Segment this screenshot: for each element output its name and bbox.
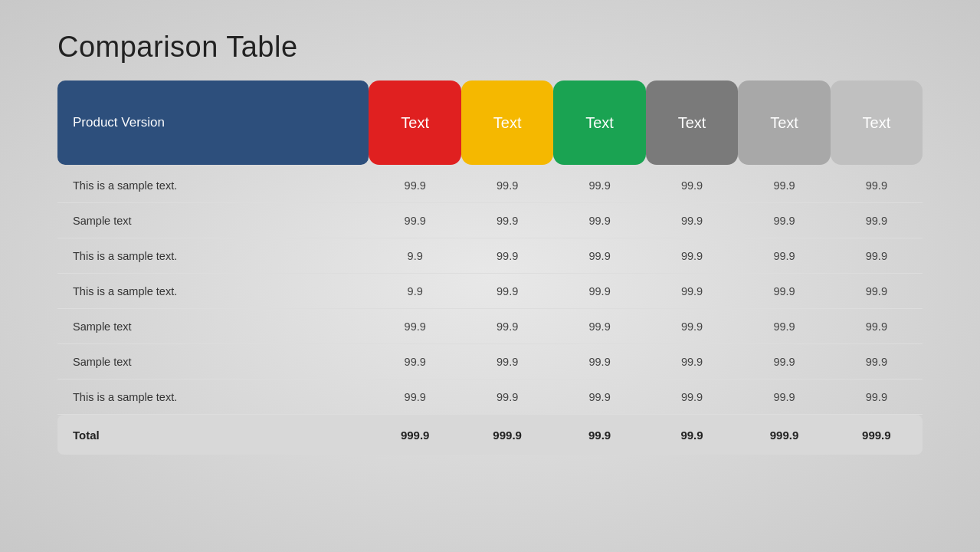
table-row: This is a sample text.9.999.999.999.999.… <box>57 238 923 274</box>
cell-r7-c3: 99.9 <box>553 380 645 415</box>
table-row: This is a sample text.99.999.999.999.999… <box>57 380 923 415</box>
cell-r1-c6: 99.9 <box>831 168 923 203</box>
header-badge-6: Text <box>831 80 923 165</box>
cell-r7-c5: 99.9 <box>738 380 830 415</box>
header-badge-2: Text <box>461 80 553 165</box>
cell-r4-c1: 9.9 <box>369 274 461 309</box>
header-badge-3: Text <box>553 80 645 165</box>
cell-r7-c6: 99.9 <box>831 380 923 415</box>
cell-r6-c2: 99.9 <box>461 344 553 380</box>
total-row: Total999.9999.999.999.9999.9999.9 <box>57 415 923 455</box>
cell-r6-c4: 99.9 <box>646 344 738 380</box>
total-label: Total <box>57 415 369 455</box>
header-label: Product Version <box>57 80 369 165</box>
cell-r5-c6: 99.9 <box>831 309 923 344</box>
header-row: Product VersionTextTextTextTextTextText <box>57 80 923 165</box>
cell-r2-c1: 99.9 <box>369 203 461 238</box>
cell-r2-c5: 99.9 <box>738 203 830 238</box>
cell-r3-c1: 9.9 <box>369 238 461 274</box>
header-badge-5: Text <box>738 80 830 165</box>
header-badge-1: Text <box>369 80 461 165</box>
cell-r1-c1: 99.9 <box>369 168 461 203</box>
total-val-2: 999.9 <box>461 415 553 455</box>
header-badge-4: Text <box>646 80 738 165</box>
cell-r1-c5: 99.9 <box>738 168 830 203</box>
cell-r4-c3: 99.9 <box>553 274 645 309</box>
cell-r6-c1: 99.9 <box>369 344 461 380</box>
cell-r1-c4: 99.9 <box>646 168 738 203</box>
cell-r3-c5: 99.9 <box>738 238 830 274</box>
table-row: Sample text99.999.999.999.999.999.9 <box>57 309 923 344</box>
cell-r5-c4: 99.9 <box>646 309 738 344</box>
header-col-6: Text <box>831 80 923 165</box>
cell-r3-c4: 99.9 <box>646 238 738 274</box>
cell-r6-c3: 99.9 <box>553 344 645 380</box>
row-label: This is a sample text. <box>57 274 369 309</box>
cell-r4-c2: 99.9 <box>461 274 553 309</box>
cell-r3-c3: 99.9 <box>553 238 645 274</box>
header-col-5: Text <box>738 80 830 165</box>
header-col-4: Text <box>646 80 738 165</box>
comparison-table: Product VersionTextTextTextTextTextTextT… <box>57 80 923 455</box>
total-val-1: 999.9 <box>369 415 461 455</box>
cell-r2-c6: 99.9 <box>831 203 923 238</box>
total-val-4: 99.9 <box>646 415 738 455</box>
total-val-6: 999.9 <box>831 415 923 455</box>
total-val-3: 99.9 <box>553 415 645 455</box>
table-row: This is a sample text.99.999.999.999.999… <box>57 168 923 203</box>
total-val-5: 999.9 <box>738 415 830 455</box>
cell-r4-c4: 99.9 <box>646 274 738 309</box>
cell-r7-c4: 99.9 <box>646 380 738 415</box>
cell-r5-c2: 99.9 <box>461 309 553 344</box>
cell-r5-c1: 99.9 <box>369 309 461 344</box>
cell-r6-c6: 99.9 <box>831 344 923 380</box>
cell-r1-c2: 99.9 <box>461 168 553 203</box>
page-title: Comparison Table <box>57 31 923 64</box>
cell-r6-c5: 99.9 <box>738 344 830 380</box>
row-label: This is a sample text. <box>57 380 369 415</box>
cell-r1-c3: 99.9 <box>553 168 645 203</box>
cell-r2-c3: 99.9 <box>553 203 645 238</box>
header-col-3: Text <box>553 80 645 165</box>
cell-r7-c1: 99.9 <box>369 380 461 415</box>
cell-r4-c5: 99.9 <box>738 274 830 309</box>
cell-r3-c2: 99.9 <box>461 238 553 274</box>
cell-r2-c2: 99.9 <box>461 203 553 238</box>
cell-r5-c5: 99.9 <box>738 309 830 344</box>
table-row: Sample text99.999.999.999.999.999.9 <box>57 203 923 238</box>
header-col-2: Text <box>461 80 553 165</box>
row-label: This is a sample text. <box>57 168 369 203</box>
row-label: Sample text <box>57 344 369 380</box>
slide: Comparison Table Product VersionTextText… <box>0 0 980 552</box>
row-label: This is a sample text. <box>57 238 369 274</box>
row-label: Sample text <box>57 309 369 344</box>
header-col-1: Text <box>369 80 461 165</box>
table-row: Sample text99.999.999.999.999.999.9 <box>57 344 923 380</box>
table-row: This is a sample text.9.999.999.999.999.… <box>57 274 923 309</box>
cell-r5-c3: 99.9 <box>553 309 645 344</box>
cell-r3-c6: 99.9 <box>831 238 923 274</box>
cell-r4-c6: 99.9 <box>831 274 923 309</box>
cell-r7-c2: 99.9 <box>461 380 553 415</box>
row-label: Sample text <box>57 203 369 238</box>
cell-r2-c4: 99.9 <box>646 203 738 238</box>
